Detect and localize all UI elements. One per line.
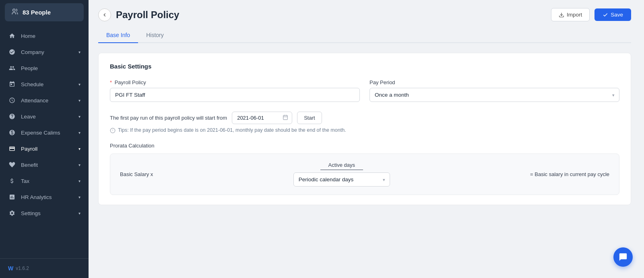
sidebar-item-settings[interactable]: Settings ▾ (0, 205, 89, 221)
tab-history[interactable]: History (138, 28, 172, 43)
people-nav-icon (8, 64, 16, 72)
header-actions: Import Save (551, 8, 631, 21)
prorata-label: Prorata Calculation (110, 143, 619, 149)
sidebar-item-company[interactable]: Company ▾ (0, 44, 89, 60)
prorata-fraction: Active days Periodic calendar days Worki… (158, 162, 525, 187)
sidebar-item-label-people: People (21, 65, 80, 71)
chevron-down-icon-10: ▾ (78, 211, 80, 216)
chevron-down-icon-6: ▾ (78, 147, 80, 151)
sidebar-item-label-schedule: Schedule (21, 81, 74, 87)
tax-icon (8, 177, 16, 185)
people-count-label: 83 People (23, 9, 51, 16)
tips-row: Tips: If the pay period begins date is o… (110, 127, 619, 135)
pay-period-group: Pay Period Once a month Twice a month We… (369, 79, 619, 102)
sidebar-item-label-leave: Leave (21, 114, 74, 120)
chevron-down-icon-3: ▾ (78, 98, 80, 103)
tabs: Base Info History (98, 28, 631, 43)
sidebar-item-label-payroll: Payroll (21, 146, 74, 152)
app-version: v1.6.2 (16, 266, 29, 271)
sidebar-item-leave[interactable]: Leave ▾ (0, 108, 89, 124)
date-row: The first pay run of this payroll policy… (110, 112, 619, 124)
import-button[interactable]: Import (551, 8, 590, 21)
chevron-down-icon-8: ▾ (78, 179, 80, 183)
sidebar-item-label-expense: Expense Calims (21, 130, 74, 136)
sidebar-item-people[interactable]: People (0, 60, 89, 76)
payroll-icon (8, 145, 16, 153)
pay-period-label: Pay Period (369, 79, 619, 85)
date-row-label: The first pay run of this payroll policy… (110, 115, 227, 121)
pay-period-select[interactable]: Once a month Twice a month Weekly (369, 88, 619, 102)
home-icon (8, 32, 16, 40)
app-logo: W (8, 265, 13, 272)
tips-text-label: Tips: If the pay period begins date is o… (118, 127, 346, 133)
prorata-basic-salary: Basic Salary x (120, 171, 153, 177)
required-indicator: * (110, 79, 112, 85)
back-button[interactable] (98, 8, 111, 21)
svg-point-0 (13, 9, 15, 11)
sidebar-item-tax[interactable]: Tax ▾ (0, 173, 89, 189)
sidebar-item-label-benefit: Benefit (21, 162, 74, 168)
sidebar-item-payroll[interactable]: Payroll ▾ (0, 141, 89, 157)
leave-icon (8, 112, 16, 120)
save-button[interactable]: Save (594, 8, 631, 21)
sidebar-item-schedule[interactable]: Schedule ▾ (0, 76, 89, 92)
prorata-box: Basic Salary x Active days Periodic cale… (110, 154, 619, 195)
tab-base-info[interactable]: Base Info (98, 28, 138, 43)
chevron-down-icon: ▾ (78, 50, 80, 54)
sidebar-item-label-settings: Settings (21, 210, 74, 216)
sidebar-item-label-tax: Tax (21, 178, 74, 184)
denominator-select[interactable]: Periodic calendar days Working days Tota… (293, 172, 390, 187)
start-label: Start (304, 115, 315, 121)
save-label: Save (611, 12, 623, 18)
chevron-down-icon-7: ▾ (78, 163, 80, 167)
prorata-result: = Basic salary in current pay cycle (530, 171, 609, 177)
form-row-1: * Payroll Policy Pay Period Once a month… (110, 79, 619, 102)
card-title: Basic Settings (110, 63, 619, 70)
import-label: Import (567, 12, 582, 18)
tab-history-label: History (146, 32, 164, 38)
sidebar-item-expense[interactable]: Expense Calims ▾ (0, 124, 89, 141)
sidebar-footer: W v1.6.2 (0, 258, 89, 278)
settings-icon (8, 209, 16, 217)
info-icon (110, 128, 116, 135)
pay-period-select-wrapper: Once a month Twice a month Weekly ▾ (369, 88, 619, 102)
tabs-container: Base Info History (89, 28, 644, 43)
sidebar-item-home[interactable]: Home (0, 28, 89, 44)
analytics-icon (8, 193, 16, 201)
page-header: Payroll Policy Import Save (89, 0, 644, 21)
sidebar: 83 People Home Company ▾ People (0, 0, 89, 278)
sidebar-item-label-company: Company (21, 49, 74, 55)
date-input-wrapper (232, 112, 292, 124)
date-input[interactable] (232, 112, 292, 124)
company-icon (8, 48, 16, 56)
denominator-select-wrapper: Periodic calendar days Working days Tota… (293, 172, 390, 187)
payroll-policy-input[interactable] (110, 88, 360, 102)
fraction-denominator: Periodic calendar days Working days Tota… (293, 171, 390, 187)
attendance-icon (8, 96, 16, 104)
people-badge[interactable]: 83 People (5, 3, 84, 21)
sidebar-item-benefit[interactable]: Benefit ▾ (0, 157, 89, 173)
sidebar-item-attendance[interactable]: Attendance ▾ (0, 92, 89, 108)
sidebar-item-label-attendance: Attendance (21, 98, 74, 104)
start-button[interactable]: Start (297, 112, 322, 124)
chevron-down-icon-4: ▾ (78, 114, 80, 119)
payroll-policy-group: * Payroll Policy (110, 79, 360, 102)
page-title-row: Payroll Policy (98, 8, 179, 21)
prorata-formula: Basic Salary x Active days Periodic cale… (120, 162, 609, 187)
schedule-icon (8, 80, 16, 88)
tab-base-info-label: Base Info (106, 32, 130, 38)
basic-settings-card: Basic Settings * Payroll Policy Pay Peri… (98, 53, 631, 205)
fraction-numerator: Active days (320, 162, 363, 170)
chevron-down-icon-9: ▾ (78, 195, 80, 199)
chevron-down-icon-2: ▾ (78, 82, 80, 87)
page-title: Payroll Policy (116, 9, 179, 21)
chevron-down-icon-5: ▾ (78, 131, 80, 135)
main-content: Payroll Policy Import Save Base Info His… (89, 0, 644, 278)
content-area: Basic Settings * Payroll Policy Pay Peri… (89, 43, 644, 278)
sidebar-item-hr-analytics[interactable]: HR Analytics ▾ (0, 189, 89, 205)
sidebar-item-label-home: Home (21, 33, 80, 39)
sidebar-item-label-hr-analytics: HR Analytics (21, 194, 74, 200)
sidebar-nav: Home Company ▾ People Schedule ▾ (0, 25, 89, 258)
chat-button[interactable] (613, 247, 633, 267)
payroll-policy-label: * Payroll Policy (110, 79, 360, 85)
